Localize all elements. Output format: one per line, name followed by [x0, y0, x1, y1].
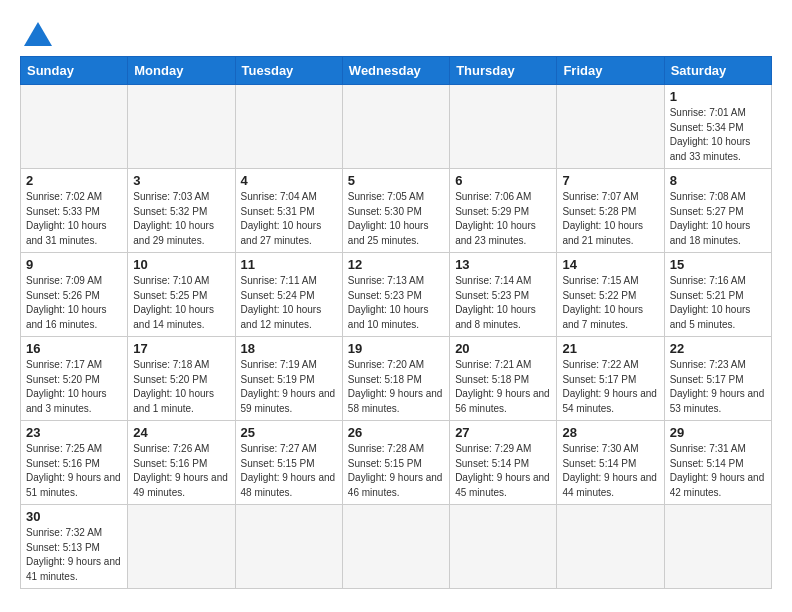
calendar-cell: 26Sunrise: 7:28 AM Sunset: 5:15 PM Dayli…: [342, 421, 449, 505]
day-info: Sunrise: 7:25 AM Sunset: 5:16 PM Dayligh…: [26, 442, 122, 500]
calendar-cell: 17Sunrise: 7:18 AM Sunset: 5:20 PM Dayli…: [128, 337, 235, 421]
day-number: 6: [455, 173, 551, 188]
calendar-cell: [342, 505, 449, 589]
day-number: 10: [133, 257, 229, 272]
day-info: Sunrise: 7:04 AM Sunset: 5:31 PM Dayligh…: [241, 190, 337, 248]
day-info: Sunrise: 7:32 AM Sunset: 5:13 PM Dayligh…: [26, 526, 122, 584]
calendar-cell: [557, 505, 664, 589]
calendar-cell: 16Sunrise: 7:17 AM Sunset: 5:20 PM Dayli…: [21, 337, 128, 421]
day-number: 1: [670, 89, 766, 104]
day-info: Sunrise: 7:30 AM Sunset: 5:14 PM Dayligh…: [562, 442, 658, 500]
logo-triangle-icon: [24, 22, 52, 46]
calendar-cell: 8Sunrise: 7:08 AM Sunset: 5:27 PM Daylig…: [664, 169, 771, 253]
calendar-cell: 6Sunrise: 7:06 AM Sunset: 5:29 PM Daylig…: [450, 169, 557, 253]
calendar-cell: 2Sunrise: 7:02 AM Sunset: 5:33 PM Daylig…: [21, 169, 128, 253]
day-number: 30: [26, 509, 122, 524]
calendar-cell: [128, 505, 235, 589]
calendar-cell: 9Sunrise: 7:09 AM Sunset: 5:26 PM Daylig…: [21, 253, 128, 337]
calendar-cell: 23Sunrise: 7:25 AM Sunset: 5:16 PM Dayli…: [21, 421, 128, 505]
calendar-cell: 25Sunrise: 7:27 AM Sunset: 5:15 PM Dayli…: [235, 421, 342, 505]
calendar-week-row: 16Sunrise: 7:17 AM Sunset: 5:20 PM Dayli…: [21, 337, 772, 421]
calendar-week-row: 2Sunrise: 7:02 AM Sunset: 5:33 PM Daylig…: [21, 169, 772, 253]
day-info: Sunrise: 7:05 AM Sunset: 5:30 PM Dayligh…: [348, 190, 444, 248]
day-info: Sunrise: 7:18 AM Sunset: 5:20 PM Dayligh…: [133, 358, 229, 416]
day-info: Sunrise: 7:15 AM Sunset: 5:22 PM Dayligh…: [562, 274, 658, 332]
calendar-cell: 3Sunrise: 7:03 AM Sunset: 5:32 PM Daylig…: [128, 169, 235, 253]
day-number: 14: [562, 257, 658, 272]
weekday-header-thursday: Thursday: [450, 57, 557, 85]
calendar-week-row: 23Sunrise: 7:25 AM Sunset: 5:16 PM Dayli…: [21, 421, 772, 505]
calendar-cell: 12Sunrise: 7:13 AM Sunset: 5:23 PM Dayli…: [342, 253, 449, 337]
day-number: 23: [26, 425, 122, 440]
weekday-header-row: SundayMondayTuesdayWednesdayThursdayFrid…: [21, 57, 772, 85]
calendar-week-row: 1Sunrise: 7:01 AM Sunset: 5:34 PM Daylig…: [21, 85, 772, 169]
day-number: 9: [26, 257, 122, 272]
day-info: Sunrise: 7:08 AM Sunset: 5:27 PM Dayligh…: [670, 190, 766, 248]
calendar-cell: 21Sunrise: 7:22 AM Sunset: 5:17 PM Dayli…: [557, 337, 664, 421]
calendar-cell: [21, 85, 128, 169]
day-info: Sunrise: 7:26 AM Sunset: 5:16 PM Dayligh…: [133, 442, 229, 500]
weekday-header-tuesday: Tuesday: [235, 57, 342, 85]
page-header: [20, 20, 772, 46]
day-info: Sunrise: 7:09 AM Sunset: 5:26 PM Dayligh…: [26, 274, 122, 332]
day-info: Sunrise: 7:11 AM Sunset: 5:24 PM Dayligh…: [241, 274, 337, 332]
day-number: 22: [670, 341, 766, 356]
weekday-header-wednesday: Wednesday: [342, 57, 449, 85]
weekday-header-friday: Friday: [557, 57, 664, 85]
day-number: 27: [455, 425, 551, 440]
calendar-cell: 27Sunrise: 7:29 AM Sunset: 5:14 PM Dayli…: [450, 421, 557, 505]
day-info: Sunrise: 7:06 AM Sunset: 5:29 PM Dayligh…: [455, 190, 551, 248]
day-number: 15: [670, 257, 766, 272]
day-info: Sunrise: 7:20 AM Sunset: 5:18 PM Dayligh…: [348, 358, 444, 416]
calendar-cell: [342, 85, 449, 169]
calendar-cell: [450, 85, 557, 169]
day-number: 17: [133, 341, 229, 356]
calendar-cell: 15Sunrise: 7:16 AM Sunset: 5:21 PM Dayli…: [664, 253, 771, 337]
calendar-cell: 20Sunrise: 7:21 AM Sunset: 5:18 PM Dayli…: [450, 337, 557, 421]
day-number: 26: [348, 425, 444, 440]
weekday-header-sunday: Sunday: [21, 57, 128, 85]
day-number: 18: [241, 341, 337, 356]
day-info: Sunrise: 7:22 AM Sunset: 5:17 PM Dayligh…: [562, 358, 658, 416]
day-number: 4: [241, 173, 337, 188]
day-number: 28: [562, 425, 658, 440]
day-info: Sunrise: 7:28 AM Sunset: 5:15 PM Dayligh…: [348, 442, 444, 500]
calendar-cell: 30Sunrise: 7:32 AM Sunset: 5:13 PM Dayli…: [21, 505, 128, 589]
calendar-cell: 4Sunrise: 7:04 AM Sunset: 5:31 PM Daylig…: [235, 169, 342, 253]
weekday-header-monday: Monday: [128, 57, 235, 85]
day-number: 29: [670, 425, 766, 440]
calendar-cell: [557, 85, 664, 169]
day-info: Sunrise: 7:01 AM Sunset: 5:34 PM Dayligh…: [670, 106, 766, 164]
calendar-week-row: 30Sunrise: 7:32 AM Sunset: 5:13 PM Dayli…: [21, 505, 772, 589]
day-info: Sunrise: 7:21 AM Sunset: 5:18 PM Dayligh…: [455, 358, 551, 416]
day-info: Sunrise: 7:10 AM Sunset: 5:25 PM Dayligh…: [133, 274, 229, 332]
calendar-cell: [450, 505, 557, 589]
day-info: Sunrise: 7:19 AM Sunset: 5:19 PM Dayligh…: [241, 358, 337, 416]
day-number: 2: [26, 173, 122, 188]
day-info: Sunrise: 7:03 AM Sunset: 5:32 PM Dayligh…: [133, 190, 229, 248]
day-number: 21: [562, 341, 658, 356]
calendar-cell: 28Sunrise: 7:30 AM Sunset: 5:14 PM Dayli…: [557, 421, 664, 505]
day-number: 8: [670, 173, 766, 188]
day-number: 7: [562, 173, 658, 188]
calendar-cell: 13Sunrise: 7:14 AM Sunset: 5:23 PM Dayli…: [450, 253, 557, 337]
day-number: 5: [348, 173, 444, 188]
calendar-cell: 19Sunrise: 7:20 AM Sunset: 5:18 PM Dayli…: [342, 337, 449, 421]
calendar-table: SundayMondayTuesdayWednesdayThursdayFrid…: [20, 56, 772, 589]
calendar-cell: [235, 85, 342, 169]
day-number: 19: [348, 341, 444, 356]
calendar-cell: 7Sunrise: 7:07 AM Sunset: 5:28 PM Daylig…: [557, 169, 664, 253]
day-info: Sunrise: 7:23 AM Sunset: 5:17 PM Dayligh…: [670, 358, 766, 416]
day-info: Sunrise: 7:13 AM Sunset: 5:23 PM Dayligh…: [348, 274, 444, 332]
calendar-cell: 1Sunrise: 7:01 AM Sunset: 5:34 PM Daylig…: [664, 85, 771, 169]
logo: [20, 20, 52, 46]
day-number: 13: [455, 257, 551, 272]
calendar-cell: 18Sunrise: 7:19 AM Sunset: 5:19 PM Dayli…: [235, 337, 342, 421]
calendar-cell: 24Sunrise: 7:26 AM Sunset: 5:16 PM Dayli…: [128, 421, 235, 505]
day-number: 25: [241, 425, 337, 440]
calendar-cell: 22Sunrise: 7:23 AM Sunset: 5:17 PM Dayli…: [664, 337, 771, 421]
calendar-cell: 29Sunrise: 7:31 AM Sunset: 5:14 PM Dayli…: [664, 421, 771, 505]
day-number: 24: [133, 425, 229, 440]
day-info: Sunrise: 7:29 AM Sunset: 5:14 PM Dayligh…: [455, 442, 551, 500]
day-info: Sunrise: 7:17 AM Sunset: 5:20 PM Dayligh…: [26, 358, 122, 416]
